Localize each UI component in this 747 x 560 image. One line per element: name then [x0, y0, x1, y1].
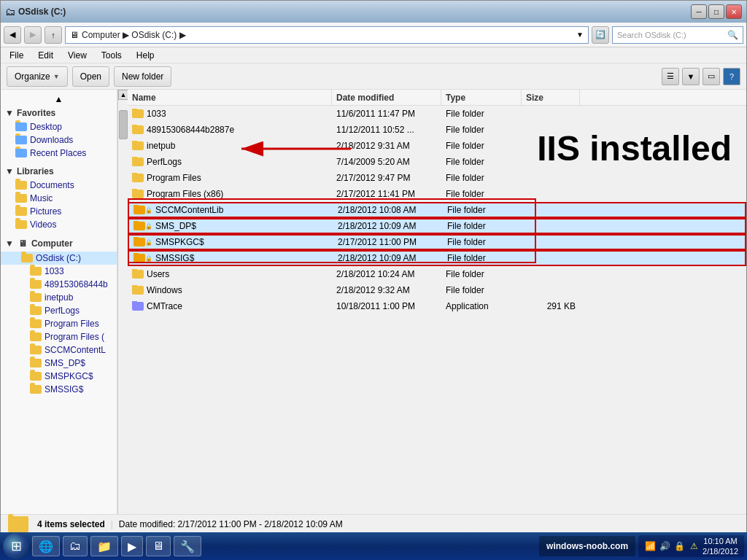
menu-help[interactable]: Help — [133, 49, 158, 62]
file-row[interactable]: 🔒 SMSPKGC$ 2/17/2012 11:00 PM File folde… — [128, 234, 746, 250]
folder-smsdp — [30, 359, 42, 368]
taskbar-explorer[interactable]: 🗂 — [63, 536, 88, 556]
forward-button[interactable]: ▶ — [24, 26, 42, 44]
sidebar-item-music[interactable]: Music — [1, 192, 117, 205]
file-row[interactable]: Windows 2/18/2012 9:32 AM File folder — [128, 282, 746, 298]
sidebar-scroll-up[interactable]: ▲ — [1, 93, 117, 106]
file-row[interactable]: 🔒 SMSSIG$ 2/18/2012 10:09 AM File folder — [128, 250, 746, 266]
search-icon[interactable]: 🔍 — [727, 30, 738, 40]
file-row[interactable]: 1033 11/6/2011 11:47 PM File folder — [128, 106, 746, 122]
status-date-range: Date modified: 2/17/2012 11:00 PM - 2/18… — [119, 519, 343, 529]
taskbar-website: windows-noob.com — [539, 536, 635, 556]
file-name: Windows — [147, 285, 182, 295]
col-header-type[interactable]: Type — [441, 90, 522, 105]
file-row[interactable]: Users 2/18/2012 10:24 AM File folder — [128, 266, 746, 282]
sidebar-osdisk-programfilesx86[interactable]: Program Files ( — [1, 330, 117, 343]
refresh-button[interactable]: 🔄 — [592, 26, 609, 44]
file-cell-type: File folder — [441, 125, 522, 135]
sidebar-osdisk-programfiles[interactable]: Program Files — [1, 317, 117, 330]
computer-crumb: 🖥 — [70, 30, 79, 40]
new-folder-button[interactable]: New folder — [114, 66, 171, 87]
taskbar-settings[interactable]: 🔧 — [174, 536, 201, 556]
favorites-arrow: ▼ — [5, 108, 14, 118]
menu-bar: File Edit View Tools Help — [1, 47, 746, 63]
menu-view[interactable]: View — [65, 49, 90, 62]
search-field[interactable]: Search OSdisk (C:) 🔍 — [612, 26, 743, 44]
sidebar-osdisk-smssig[interactable]: SMSSIG$ — [1, 383, 117, 396]
col-header-name[interactable]: Name — [128, 90, 332, 105]
libraries-arrow: ▼ — [5, 166, 14, 176]
file-row[interactable]: CMTrace 10/18/2011 1:00 PM Application 2… — [128, 298, 746, 314]
sidebar-label-music: Music — [30, 193, 53, 203]
file-name: SMSPKGC$ — [155, 237, 204, 247]
maximize-button[interactable]: □ — [708, 4, 724, 19]
menu-file[interactable]: File — [7, 49, 26, 62]
file-cell-name: Program Files — [128, 173, 332, 183]
file-cell-date: 2/17/2012 9:47 PM — [332, 173, 441, 183]
sidebar-osdisk-489[interactable]: 489153068444b — [1, 278, 117, 291]
sidebar-item-documents[interactable]: Documents — [1, 179, 117, 192]
menu-edit[interactable]: Edit — [35, 49, 56, 62]
file-row[interactable]: 🔒 SCCMContentLib 2/18/2012 10:08 AM File… — [128, 202, 746, 218]
file-name: 1033 — [147, 109, 166, 119]
sidebar-osdisk-1033[interactable]: 1033 — [1, 265, 117, 278]
title-bar-buttons: ─ □ ✕ — [691, 4, 742, 19]
file-row[interactable]: Program Files (x86) 2/17/2012 11:41 PM F… — [128, 186, 746, 202]
preview-button[interactable]: ▭ — [703, 68, 720, 85]
sidebar-item-pictures[interactable]: Pictures — [1, 205, 117, 218]
taskbar-folder[interactable]: 📁 — [90, 536, 118, 556]
file-cell-date: 2/18/2012 10:24 AM — [332, 269, 441, 279]
menu-tools[interactable]: Tools — [98, 49, 125, 62]
sidebar-label-videos: Videos — [30, 219, 56, 230]
file-row[interactable]: 🔒 SMS_DP$ 2/18/2012 10:09 AM File folder — [128, 218, 746, 234]
videos-icon — [15, 220, 27, 229]
sidebar-item-videos[interactable]: Videos — [1, 218, 117, 231]
sidebar-osdisk-inetpub[interactable]: inetpub — [1, 291, 117, 304]
status-folder-icon — [8, 516, 28, 532]
sidebar-favorites-header[interactable]: ▼ Favorites — [1, 106, 117, 120]
sidebar-label-osdisk: OSdisk (C:) — [36, 253, 81, 263]
file-cell-type: File folder — [441, 173, 522, 183]
up-button[interactable]: ↑ — [44, 26, 62, 44]
folder-programfilesx86 — [30, 332, 42, 341]
start-button[interactable]: ⊞ — [3, 533, 29, 559]
sidebar-item-downloads[interactable]: Downloads — [1, 133, 117, 147]
sidebar-osdisk-smsdp[interactable]: SMS_DP$ — [1, 357, 117, 370]
file-cell-date: 2/18/2012 9:32 AM — [332, 285, 441, 295]
sidebar-osdisk-perflogs[interactable]: PerfLogs — [1, 304, 117, 317]
sidebar-item-desktop[interactable]: Desktop — [1, 120, 117, 133]
tray-security-icon: 🔒 — [673, 540, 685, 552]
close-button[interactable]: ✕ — [726, 4, 742, 19]
view-arrow[interactable]: ▼ — [682, 68, 700, 85]
col-header-date[interactable]: Date modified — [332, 90, 441, 105]
taskbar-ie[interactable]: 🌐 — [32, 536, 60, 556]
address-dropdown[interactable]: ▼ — [576, 31, 584, 39]
sidebar-osdisk-sccm[interactable]: SCCMContentL — [1, 343, 117, 357]
sidebar-libraries-header[interactable]: ▼ Libraries — [1, 164, 117, 179]
taskbar-media[interactable]: ▶ — [121, 536, 143, 556]
file-name: inetpub — [147, 141, 175, 151]
tray-network-icon: 📶 — [644, 540, 656, 552]
sidebar-computer-header[interactable]: ▼ 🖥 Computer — [1, 236, 117, 252]
address-field[interactable]: 🖥 Computer ▶ OSdisk (C:) ▶ ▼ — [65, 26, 589, 44]
sidebar-osdisk-smspkg[interactable]: SMSPKGC$ — [1, 370, 117, 383]
back-button[interactable]: ◀ — [4, 26, 21, 44]
taskbar: ⊞ 🌐 🗂 📁 ▶ 🖥 🔧 windows-noob.com 📶 🔊 🔒 ⚠ 1… — [0, 532, 747, 560]
sidebar-scroll-up-btn[interactable]: ▲ — [118, 90, 128, 100]
file-cell-type: File folder — [443, 205, 523, 215]
organize-button[interactable]: Organize ▼ — [7, 66, 68, 87]
folder-1033 — [30, 267, 42, 276]
sidebar-scrollbar[interactable]: ▲ — [117, 90, 128, 514]
sidebar-item-osdisk[interactable]: OSdisk (C:) — [1, 252, 117, 265]
file-cell-type: File folder — [443, 221, 523, 231]
taskbar-computer[interactable]: 🖥 — [146, 536, 171, 556]
status-bar: 4 items selected | Date modified: 2/17/2… — [1, 514, 746, 533]
minimize-button[interactable]: ─ — [691, 4, 707, 19]
open-button[interactable]: Open — [72, 66, 109, 87]
sidebar-item-recent[interactable]: Recent Places — [1, 147, 117, 160]
view-options-button[interactable]: ☰ — [662, 68, 679, 85]
help-button[interactable]: ? — [723, 68, 740, 85]
sidebar-scroll-thumb[interactable] — [119, 110, 128, 139]
file-cell-date: 2/18/2012 10:08 AM — [333, 205, 443, 215]
col-header-size[interactable]: Size — [522, 90, 580, 105]
